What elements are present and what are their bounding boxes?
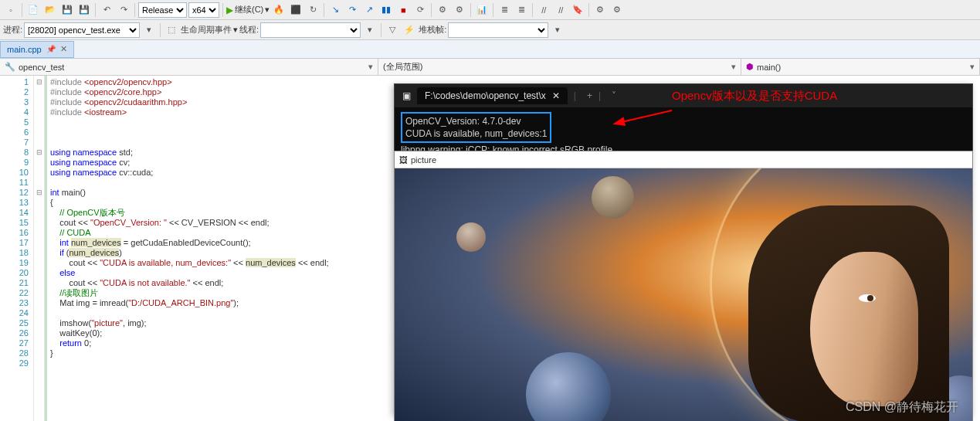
step-over-icon[interactable]: ↷ [344, 2, 360, 18]
line-gutter: 1234567891011121314151617181920212223242… [0, 76, 34, 421]
function-icon: ⬢ [746, 62, 754, 72]
lifecycle-icon[interactable]: ⬚ [164, 22, 179, 38]
threads-icon[interactable]: ⚡ [402, 22, 417, 38]
lifecycle-label: 生命周期事件 [181, 24, 232, 36]
tab-label: main.cpp [7, 45, 42, 54]
nav-project[interactable]: 🔧 opencv_test ▾ [0, 59, 378, 75]
undo-icon[interactable]: ↶ [99, 2, 114, 18]
annotation-text: Opencv版本以及是否支持CUDA [672, 89, 837, 104]
misc-icon-4[interactable]: ⚙ [609, 2, 625, 18]
save-all-icon[interactable]: 💾 [76, 2, 92, 18]
add-tab-icon[interactable]: + [587, 90, 592, 101]
platform-select[interactable]: x64 [188, 2, 219, 18]
stackframe-label: 堆栈帧: [419, 24, 446, 36]
outdent-icon[interactable]: ≣ [514, 2, 529, 18]
step-into-icon[interactable]: ↘ [327, 2, 343, 18]
console-tab[interactable]: F:\codes\demo\opencv_test\x ✕ [417, 87, 568, 104]
pin-icon[interactable]: 📌 [46, 45, 56, 53]
misc-icon-2[interactable]: ⚙ [452, 2, 467, 18]
chart-icon[interactable]: 📊 [474, 2, 490, 18]
restart-icon[interactable]: ↻ [305, 2, 320, 18]
uncomment-icon[interactable]: // [553, 2, 568, 18]
nav-function[interactable]: ⬢ main() ▾ [741, 59, 980, 75]
save-icon[interactable]: 💾 [59, 2, 75, 18]
misc-icon[interactable]: ⚙ [435, 2, 450, 18]
chevron-down-icon: ▾ [970, 62, 975, 72]
picture-content: CSDN @静待梅花开 [395, 168, 972, 421]
annotation-arrow [618, 107, 680, 132]
chevron-down-icon: ▾ [368, 62, 373, 72]
bookmark-icon[interactable]: 🔖 [570, 2, 585, 18]
stackframe-select[interactable] [448, 22, 548, 38]
refresh-icon[interactable]: ⟳ [412, 2, 428, 18]
continue-label[interactable]: 继续(C) [235, 4, 263, 15]
pause-icon[interactable]: ▮▮ [378, 2, 394, 18]
fold-gutter[interactable]: ⊟⊟⊟ [34, 76, 45, 421]
close-icon[interactable]: ✕ [60, 44, 67, 54]
comment-icon[interactable]: // [536, 2, 551, 18]
close-icon[interactable]: ✕ [552, 90, 560, 101]
process-label: 进程: [3, 24, 22, 36]
toolbar-debug: 进程: [28020] opencv_test.exe ▾ ⬚ 生命周期事件 ▾… [0, 20, 980, 40]
config-select[interactable]: Release [138, 2, 187, 18]
process-dd-icon[interactable]: ▾ [141, 22, 157, 38]
picture-titlebar[interactable]: 🖼 picture [395, 151, 972, 168]
open-icon[interactable]: 📂 [42, 2, 58, 18]
toolbar-main: ◦ 📄 📂 💾 💾 ↶ ↷ Release x64 ▶ 继续(C) ▾ 🔥 ⬛ … [0, 0, 980, 20]
filter-icon[interactable]: ▽ [385, 22, 400, 38]
nav-scope[interactable]: (全局范围) ▾ [378, 59, 741, 75]
picture-window: 🖼 picture CSDN @静待梅花开 [394, 151, 973, 421]
stop-icon[interactable]: ■ [395, 2, 411, 18]
tab-main-cpp[interactable]: main.cpp 📌 ✕ [0, 41, 74, 58]
misc-icon-3[interactable]: ⚙ [592, 2, 608, 18]
watermark: CSDN @静待梅花开 [846, 399, 958, 416]
document-tabs: main.cpp 📌 ✕ [0, 40, 980, 59]
chevron-down-icon: ▾ [731, 62, 736, 72]
chevron-down-icon[interactable]: ˅ [612, 90, 616, 101]
indent-icon[interactable]: ≣ [497, 2, 512, 18]
new-file-icon[interactable]: 📄 [25, 2, 41, 18]
stop-debug-icon[interactable]: ⬛ [288, 2, 303, 18]
code-navbar: 🔧 opencv_test ▾ (全局范围) ▾ ⬢ main() ▾ [0, 59, 980, 76]
continue-icon[interactable]: ▶ [226, 5, 233, 15]
hot-reload-icon[interactable]: 🔥 [271, 2, 287, 18]
thread-label: 线程: [239, 24, 259, 36]
thread-select[interactable] [260, 22, 361, 38]
wrench-icon: 🔧 [5, 62, 15, 72]
svg-line-0 [622, 110, 672, 122]
image-icon: 🖼 [399, 155, 408, 165]
redo-icon[interactable]: ↷ [116, 2, 131, 18]
process-select[interactable]: [28020] opencv_test.exe [24, 22, 140, 38]
step-out-icon[interactable]: ↗ [361, 2, 377, 18]
console-highlighted: OpenCV_Version: 4.7.0-dev CUDA is availa… [401, 112, 551, 143]
nav-back-icon[interactable]: ◦ [3, 2, 19, 18]
terminal-icon: ▣ [402, 90, 411, 101]
